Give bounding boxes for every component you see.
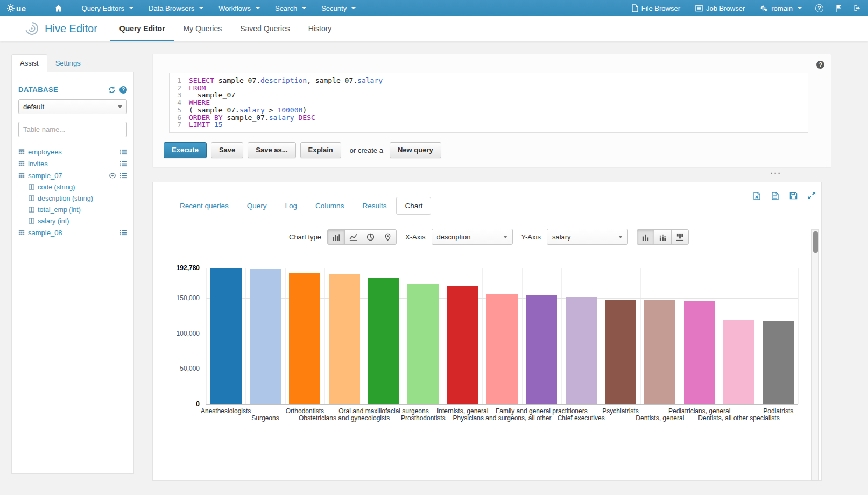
database-select[interactable]: default xyxy=(18,99,127,114)
menu-search[interactable]: Search xyxy=(267,0,314,16)
gridline xyxy=(285,268,286,404)
gridline xyxy=(206,268,798,268)
menu-query-editors[interactable]: Query Editors xyxy=(74,0,141,16)
list-icon[interactable] xyxy=(120,161,127,167)
table-item-invites[interactable]: invites xyxy=(18,158,127,169)
sql-editor[interactable]: 1234567 SELECT sample_07.description, sa… xyxy=(169,73,808,133)
y-axis-tick-label: 150,000 xyxy=(153,294,200,302)
gridline xyxy=(719,268,719,404)
list-icon[interactable] xyxy=(120,173,127,179)
column-item[interactable]: total_emp (int) xyxy=(18,204,127,215)
eye-icon[interactable] xyxy=(109,173,116,179)
list-icon[interactable] xyxy=(120,230,127,236)
home-button[interactable] xyxy=(47,0,70,16)
scrollbar-thumb[interactable] xyxy=(813,231,818,253)
assist-help-icon[interactable]: ? xyxy=(119,86,127,94)
table-item-sample_08[interactable]: sample_08 xyxy=(18,227,127,238)
resize-grip[interactable]: ··· xyxy=(764,168,788,178)
bar[interactable] xyxy=(644,300,675,404)
bar[interactable] xyxy=(526,295,557,404)
bar[interactable] xyxy=(486,294,518,404)
tab-history[interactable]: History xyxy=(299,16,341,41)
tab-assist[interactable]: Assist xyxy=(11,54,47,72)
column-item[interactable]: description (string) xyxy=(18,193,127,204)
help-button[interactable]: ? xyxy=(809,0,829,16)
bar[interactable] xyxy=(605,300,636,404)
bar[interactable] xyxy=(723,320,754,404)
app-header: Hive Editor Query Editor My Queries Save… xyxy=(0,16,868,41)
job-browser-button[interactable]: Job Browser xyxy=(688,0,752,16)
column-icon xyxy=(29,195,34,201)
x-axis-tick-label: Oral and maxillofacial surgeons xyxy=(338,407,428,415)
code-lines[interactable]: SELECT sample_07.description, sample_07.… xyxy=(185,73,808,132)
column-icon xyxy=(29,207,34,213)
gridline xyxy=(482,268,483,404)
column-item[interactable]: code (string) xyxy=(18,181,127,193)
or-create-text: or create a xyxy=(350,146,383,154)
x-axis-tick-label: Physicians and surgeons, all other xyxy=(453,414,552,422)
explain-button[interactable]: Explain xyxy=(300,142,341,158)
tab-my-queries[interactable]: My Queries xyxy=(174,16,231,41)
database-label: DATABASE xyxy=(18,86,58,94)
user-menu[interactable]: romain xyxy=(752,0,809,16)
bar[interactable] xyxy=(329,274,360,404)
x-axis-tick-label: Pediatricians, general xyxy=(668,407,730,415)
hue-logo[interactable]: ue xyxy=(0,4,32,13)
gridline xyxy=(522,268,523,404)
bar[interactable] xyxy=(289,273,320,404)
table-item-employees[interactable]: employees xyxy=(18,146,127,158)
bar[interactable] xyxy=(250,269,281,404)
bar[interactable] xyxy=(447,286,478,404)
chevron-down-icon xyxy=(199,7,203,9)
home-icon xyxy=(54,4,62,12)
assist-sidebar: Assist Settings DATABASE ? default emplo… xyxy=(11,53,134,474)
scrollbar[interactable] xyxy=(811,229,819,481)
hive-logo xyxy=(24,20,40,37)
y-axis-tick-label: 100,000 xyxy=(153,330,200,337)
table-item-sample_07[interactable]: sample_07 xyxy=(18,169,127,181)
bar[interactable] xyxy=(368,278,399,404)
y-axis-tick-label: 50,000 xyxy=(153,365,200,372)
feedback-button[interactable] xyxy=(829,0,848,16)
column-item[interactable]: salary (int) xyxy=(18,215,127,227)
menu-workflows[interactable]: Workflows xyxy=(211,0,267,16)
save-as-button[interactable]: Save as... xyxy=(248,142,295,158)
chevron-down-icon xyxy=(256,7,260,9)
execute-button[interactable]: Execute xyxy=(164,142,207,158)
table-icon xyxy=(18,172,25,179)
app-title[interactable]: Hive Editor xyxy=(24,20,97,37)
x-axis-tick-label: Family and general practitioners xyxy=(496,407,588,415)
gridline xyxy=(404,268,404,404)
bar[interactable] xyxy=(407,284,439,404)
bar[interactable] xyxy=(210,268,242,404)
menu-data-browsers[interactable]: Data Browsers xyxy=(141,0,211,16)
editor-buttons: Execute Save Save as... Explain or creat… xyxy=(164,142,446,158)
sign-out-icon xyxy=(853,4,861,12)
tab-settings[interactable]: Settings xyxy=(47,55,89,72)
x-axis-tick-label: Dentists, general xyxy=(636,414,684,422)
x-axis-tick-label: Psychiatrists xyxy=(602,407,638,415)
x-axis-tick-label: Orthodontists xyxy=(286,407,324,415)
tab-saved-queries[interactable]: Saved Queries xyxy=(231,16,299,41)
gridline xyxy=(680,268,680,404)
editor-help-icon[interactable]: ? xyxy=(816,61,824,69)
refresh-icon[interactable] xyxy=(108,86,116,94)
gutter: 1234567 xyxy=(170,73,185,132)
list-icon[interactable] xyxy=(120,149,127,155)
file-browser-button[interactable]: File Browser xyxy=(624,0,688,16)
bar[interactable] xyxy=(566,297,597,404)
question-icon: ? xyxy=(815,4,823,12)
bar[interactable] xyxy=(684,301,715,404)
x-axis-tick-label: Obstetricians and gynecologists xyxy=(299,414,390,422)
gridline xyxy=(640,268,641,404)
tab-query-editor[interactable]: Query Editor xyxy=(110,16,174,41)
logout-button[interactable] xyxy=(848,0,868,16)
new-query-button[interactable]: New query xyxy=(390,142,441,158)
bar[interactable] xyxy=(763,321,794,404)
menu-security[interactable]: Security xyxy=(314,0,363,16)
save-button[interactable]: Save xyxy=(211,142,243,158)
table-search-input[interactable] xyxy=(18,122,127,137)
chevron-down-icon xyxy=(351,7,356,9)
gears-icon xyxy=(760,4,768,12)
assist-panel: DATABASE ? default employeesinvitessampl… xyxy=(11,72,134,474)
